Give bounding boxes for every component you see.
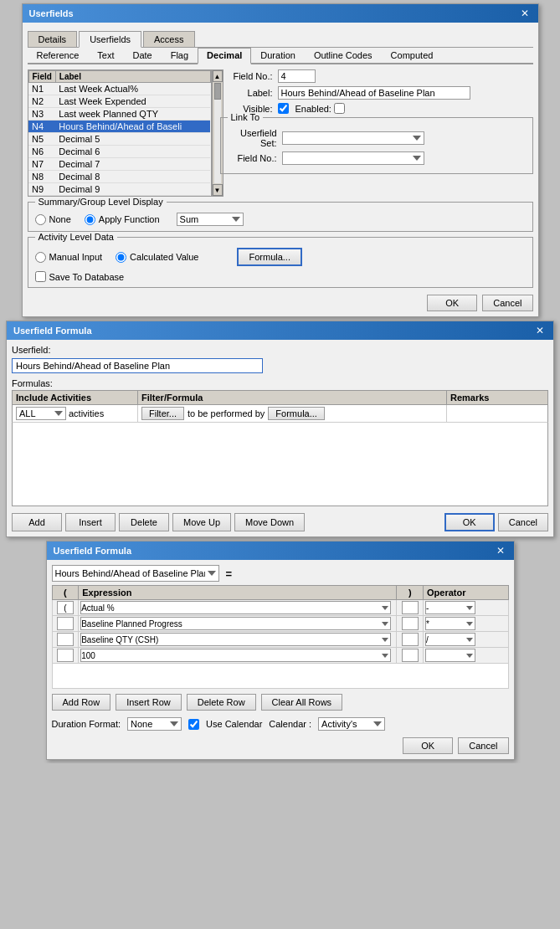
subtab-decimal[interactable]: Decimal xyxy=(198,48,251,64)
calc-radio-input[interactable] xyxy=(116,252,126,263)
add-button[interactable]: Add xyxy=(12,513,62,531)
scroll-down-btn[interactable]: ▼ xyxy=(213,184,223,196)
tab-details[interactable]: Details xyxy=(28,31,78,47)
open-paren-4[interactable]: ( xyxy=(57,649,74,662)
subtab-date[interactable]: Date xyxy=(123,48,161,63)
win3-close-button[interactable]: ✕ xyxy=(494,544,507,557)
clear-all-rows-button[interactable]: Clear All Rows xyxy=(261,694,343,711)
win1-body: Field Label N1 Last Week Actual% N2 xyxy=(28,69,533,197)
activities-select[interactable]: ALL xyxy=(16,407,66,420)
open-paren-1[interactable]: ( xyxy=(57,601,74,614)
scroll-thumb[interactable] xyxy=(214,83,221,100)
save-db-checkbox[interactable] xyxy=(35,271,46,282)
open-paren-2[interactable]: ( xyxy=(57,617,74,630)
linkto-fieldno-select[interactable] xyxy=(282,151,424,165)
table-row[interactable]: N5 Decimal 5 xyxy=(28,133,210,146)
col-operator: Operator xyxy=(424,586,508,600)
win3-titlebar: Userfield Formula ✕ xyxy=(47,541,514,560)
apply-func-radio[interactable]: Apply Function xyxy=(85,214,160,225)
calc-radio[interactable]: Calculated Value xyxy=(116,252,198,263)
win2-cancel-button[interactable]: Cancel xyxy=(498,513,548,531)
insert-row-button[interactable]: Insert Row xyxy=(116,694,182,711)
win1-ok-button[interactable]: OK xyxy=(427,295,477,311)
win3-cancel-button[interactable]: Cancel xyxy=(458,737,508,754)
use-calendar-label: Use Calendar xyxy=(206,719,262,729)
expr-select-4[interactable]: 100 xyxy=(80,649,391,662)
formula-button[interactable]: Formula... xyxy=(237,248,302,266)
table-row[interactable]: N1 Last Week Actual% xyxy=(28,83,210,95)
userfield-select[interactable]: Hours Behind/Ahead of Baseline Plan (Dec… xyxy=(52,565,219,582)
add-row-button[interactable]: Add Row xyxy=(52,694,111,711)
expr-select-2[interactable]: Baseline Planned Progress xyxy=(80,617,391,630)
use-calendar-checkbox[interactable] xyxy=(188,719,199,730)
close-paren-4[interactable]: ) xyxy=(402,649,419,662)
activities-label: activities xyxy=(69,408,104,418)
manual-radio[interactable]: Manual Input xyxy=(35,252,103,263)
formula-row-button[interactable]: Formula... xyxy=(268,407,325,420)
userfieldset-select[interactable] xyxy=(282,131,424,145)
table-row[interactable]: N7 Decimal 7 xyxy=(28,158,210,171)
formula-data-row: ALL activities Filter... to be performed… xyxy=(12,405,548,423)
label-input[interactable] xyxy=(278,86,470,100)
delete-button[interactable]: Delete xyxy=(119,513,169,531)
manual-radio-input[interactable] xyxy=(35,252,46,263)
field-no-row: Field No.: xyxy=(223,69,533,83)
op-select-1[interactable]: -+*/ xyxy=(425,601,475,614)
sum-select[interactable]: Sum xyxy=(177,213,244,226)
close-paren-2[interactable]: ) xyxy=(402,617,419,630)
none-radio[interactable]: None xyxy=(35,214,71,225)
save-db-checkbox-label[interactable]: Save To Database xyxy=(35,271,526,282)
field-no-input[interactable] xyxy=(278,69,316,83)
close-paren-1[interactable]: ) xyxy=(402,601,419,614)
op-select-3[interactable]: /+-* xyxy=(425,633,475,646)
col-remarks: Remarks xyxy=(447,391,547,404)
win3-ok-button[interactable]: OK xyxy=(403,737,453,754)
win2-userfield-input[interactable] xyxy=(12,358,263,373)
win3-btn-row: OK Cancel xyxy=(52,737,509,754)
subtab-outline-codes[interactable]: Outline Codes xyxy=(305,48,382,63)
tab-userfields[interactable]: Userfields xyxy=(79,31,141,48)
win1-close-button[interactable]: ✕ xyxy=(518,7,532,20)
win2-title: Userfield Formula xyxy=(13,326,92,336)
table-row[interactable]: N9 Decimal 9 xyxy=(28,183,210,196)
win1-cancel-button[interactable]: Cancel xyxy=(482,295,532,311)
duration-format-select[interactable]: None xyxy=(127,717,182,731)
userfieldset-label: Userfield Set: xyxy=(228,128,282,148)
move-up-button[interactable]: Move Up xyxy=(172,513,231,531)
visible-checkbox[interactable] xyxy=(278,103,289,114)
subtab-flag[interactable]: Flag xyxy=(162,48,198,63)
subtab-computed[interactable]: Computed xyxy=(382,48,443,63)
op-select-4[interactable]: +-*/ xyxy=(425,649,475,662)
enabled-label: Enabled: xyxy=(295,104,331,114)
userfieldset-row: Userfield Set: xyxy=(228,128,526,148)
table-row[interactable]: N3 Last week Planned QTY xyxy=(28,108,210,121)
enabled-checkbox[interactable] xyxy=(334,103,345,114)
delete-row-button[interactable]: Delete Row xyxy=(187,694,256,711)
apply-func-radio-input[interactable] xyxy=(85,214,95,225)
filter-button[interactable]: Filter... xyxy=(141,407,184,420)
subtab-reference[interactable]: Reference xyxy=(28,48,89,63)
insert-button[interactable]: Insert xyxy=(65,513,116,531)
subtab-text[interactable]: Text xyxy=(88,48,123,63)
expr-select-1[interactable]: Actual % xyxy=(80,601,391,614)
table-row[interactable]: N2 Last Week Expended xyxy=(28,95,210,108)
win2-close-button[interactable]: ✕ xyxy=(533,324,547,337)
table-row-selected[interactable]: N4 Hours Behind/Ahead of Baseli xyxy=(28,121,210,133)
scroll-up-btn[interactable]: ▲ xyxy=(213,70,223,82)
op-select-2[interactable]: *+-/ xyxy=(425,617,475,630)
userfield-formula-window: Userfield Formula ✕ Userfield: Formulas:… xyxy=(6,321,554,537)
open-paren-3[interactable]: ( xyxy=(57,633,74,646)
summary-legend: Summary/Group Level Display xyxy=(35,197,167,207)
table-row[interactable]: N8 Decimal 8 xyxy=(28,171,210,183)
expr-select-3[interactable]: Baseline QTY (CSH) xyxy=(80,633,391,646)
none-radio-input[interactable] xyxy=(35,214,46,225)
win2-ok-button[interactable]: OK xyxy=(444,513,495,531)
move-down-button[interactable]: Move Down xyxy=(234,513,305,531)
subtab-duration[interactable]: Duration xyxy=(251,48,305,63)
filter-cell: Filter... to be performed by Formula... xyxy=(138,405,447,422)
close-paren-3[interactable]: ) xyxy=(402,633,419,646)
table-row[interactable]: N6 Decimal 6 xyxy=(28,146,210,158)
win1-subtabs: Reference Text Date Flag Decimal Duratio… xyxy=(28,48,533,64)
calendar-select[interactable]: Activity's xyxy=(318,717,385,731)
tab-access[interactable]: Access xyxy=(143,31,194,47)
